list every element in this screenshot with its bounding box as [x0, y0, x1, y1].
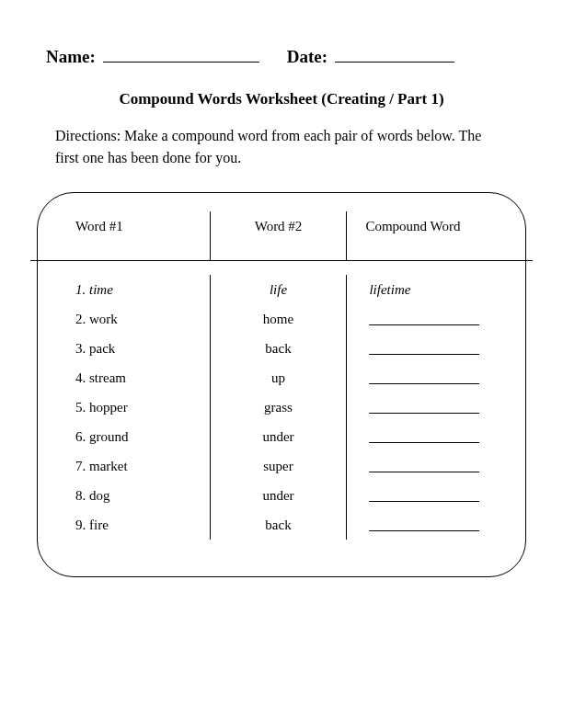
name-label: Name: [46, 47, 96, 67]
answer-input-line[interactable] [369, 518, 479, 531]
worksheet-title: Compound Words Worksheet (Creating / Par… [46, 90, 517, 108]
word1-cell: 1. time [68, 275, 202, 304]
worksheet-table: Word #1 Word #2 Compound Word 1. time2. … [37, 192, 526, 577]
header-divider [30, 260, 533, 261]
answer-input-line[interactable] [369, 401, 479, 414]
column-header-word1: Word #1 [68, 211, 202, 260]
directions-text: Directions: Make a compound word from ea… [55, 125, 508, 169]
word2-cell: back [218, 334, 339, 363]
compound-cell [354, 422, 495, 451]
answer-input-line[interactable] [369, 489, 479, 502]
word1-cell: 3. pack [68, 334, 202, 363]
compound-cell: lifetime [354, 275, 495, 304]
compound-cell [354, 510, 495, 540]
answer-input-line[interactable] [369, 342, 479, 355]
word1-cell: 4. stream [68, 363, 202, 392]
answer-input-line[interactable] [369, 371, 479, 384]
column-header-compound: Compound Word [354, 211, 495, 260]
word2-cell: life [218, 275, 339, 304]
compound-cell [354, 334, 495, 363]
word1-cell: 6. ground [68, 422, 202, 451]
header-row: Name: Date: [46, 46, 517, 67]
word1-cell: 9. fire [68, 510, 202, 540]
word1-cell: 2. work [68, 304, 202, 334]
word1-cell: 8. dog [68, 481, 202, 510]
compound-cell [354, 451, 495, 481]
compound-cell [354, 392, 495, 422]
name-input-line[interactable] [103, 46, 259, 63]
word2-cell: up [218, 363, 339, 392]
word2-cell: grass [218, 392, 339, 422]
compound-cell [354, 481, 495, 510]
word1-cell: 7. market [68, 451, 202, 481]
column-header-word2: Word #2 [218, 211, 339, 260]
answer-input-line[interactable] [369, 460, 479, 472]
word2-cell: under [218, 422, 339, 451]
word2-cell: super [218, 451, 339, 481]
date-field: Date: [287, 46, 454, 67]
date-label: Date: [287, 47, 327, 67]
word2-cell: under [218, 481, 339, 510]
date-input-line[interactable] [335, 46, 454, 63]
answer-input-line[interactable] [369, 430, 479, 443]
compound-cell [354, 304, 495, 334]
answer-input-line[interactable] [369, 313, 479, 325]
compound-cell [354, 363, 495, 392]
word1-cell: 5. hopper [68, 392, 202, 422]
name-field: Name: [46, 46, 259, 67]
word2-cell: home [218, 304, 339, 334]
word2-cell: back [218, 510, 339, 540]
